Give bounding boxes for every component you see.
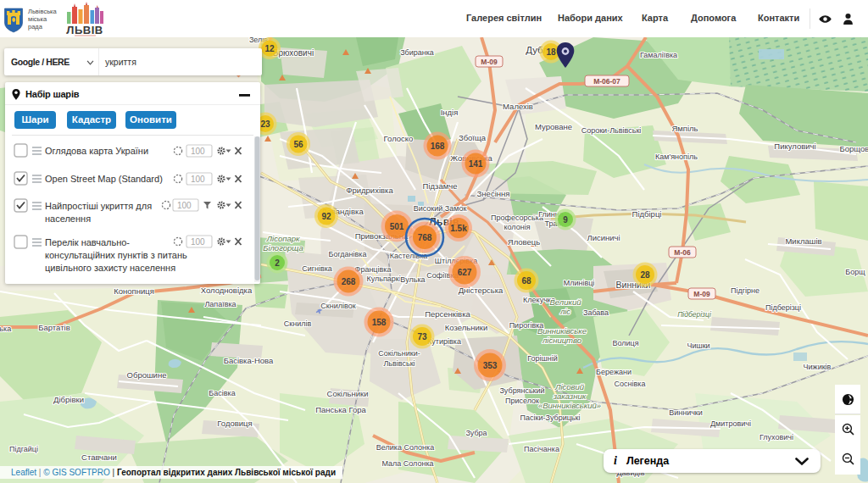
svg-text:Богданівка: Богданівка bbox=[329, 250, 367, 258]
svg-text:Млинівці: Млинівці bbox=[564, 279, 595, 287]
svg-text:168: 168 bbox=[431, 142, 445, 151]
svg-text:18: 18 bbox=[546, 47, 556, 57]
svg-text:Білогорща: Білогорща bbox=[263, 243, 303, 253]
svg-text:Кульпарків: Кульпарків bbox=[366, 275, 404, 283]
svg-text:Сокільники-: Сокільники- bbox=[378, 349, 420, 358]
svg-text:Кам'янопіль: Кам'янопіль bbox=[655, 153, 698, 161]
svg-text:Пасічанка: Пасічанка bbox=[524, 445, 559, 453]
svg-text:768: 768 bbox=[418, 233, 432, 242]
svg-text:Підгайці: Підгайці bbox=[9, 445, 38, 453]
svg-text:Бережани: Бережани bbox=[596, 368, 632, 376]
svg-text:Сигнівка: Сигнівка bbox=[302, 264, 332, 273]
svg-text:100: 100 bbox=[191, 175, 205, 184]
svg-text:Знесіння: Знесіння bbox=[477, 189, 510, 198]
svg-text:М-09: М-09 bbox=[693, 290, 710, 298]
svg-text:Збиранка: Збиранка bbox=[400, 48, 434, 57]
svg-text:Козельники: Козельники bbox=[445, 323, 487, 332]
svg-text:68: 68 bbox=[521, 276, 531, 286]
svg-text:Збоїща: Збоїща bbox=[459, 133, 487, 142]
svg-text:Виннички: Виннички bbox=[669, 408, 703, 417]
svg-text:М-09: М-09 bbox=[481, 58, 498, 66]
svg-text:Ставчани: Ставчани bbox=[81, 452, 117, 462]
svg-text:Яловець: Яловець bbox=[508, 237, 540, 247]
svg-text:100: 100 bbox=[191, 147, 205, 156]
svg-text:Персенківка: Персенківка bbox=[425, 309, 470, 319]
svg-text:Конопниця: Конопниця bbox=[114, 286, 154, 296]
svg-text:501: 501 bbox=[390, 222, 404, 231]
svg-text:Приселок: Приселок bbox=[505, 397, 539, 405]
svg-text:Дмитровичі: Дмитровичі bbox=[710, 419, 751, 428]
svg-text:Оброшине: Оброшине bbox=[127, 370, 167, 380]
svg-text:Перелік навчально-: Перелік навчально- bbox=[45, 237, 130, 247]
svg-text:Глуховичі: Глуховичі bbox=[760, 433, 793, 441]
svg-text:Високий Замок: Високий Замок bbox=[414, 204, 467, 213]
svg-text:56: 56 bbox=[293, 140, 303, 149]
svg-text:Муроване: Муроване bbox=[535, 122, 572, 131]
svg-text:Чишки: Чишки bbox=[687, 341, 709, 350]
svg-text:Борщовичі: Борщовичі bbox=[839, 144, 868, 153]
svg-text:Бартатів: Бартатів bbox=[38, 323, 70, 332]
svg-text:ська: ська bbox=[0, 325, 11, 333]
svg-text:Скнилівок: Скнилівок bbox=[320, 302, 355, 310]
svg-text:Індія: Індія bbox=[441, 108, 459, 117]
svg-text:Годовиця: Годовиця bbox=[217, 419, 252, 428]
svg-text:Лісопарк: Лісопарк bbox=[266, 234, 300, 243]
svg-text:353: 353 bbox=[483, 361, 498, 370]
svg-text:2: 2 bbox=[275, 258, 280, 268]
svg-text:Басівка: Басівка bbox=[209, 389, 235, 397]
svg-text:Підберізці: Підберізці bbox=[765, 303, 801, 312]
svg-text:141: 141 bbox=[469, 159, 483, 169]
svg-text:М-06: М-06 bbox=[674, 248, 691, 257]
svg-text:100: 100 bbox=[191, 237, 205, 247]
svg-text:Підбірці: Підбірці bbox=[632, 209, 662, 219]
svg-text:158: 158 bbox=[372, 318, 387, 327]
svg-text:Зубра: Зубра bbox=[465, 429, 487, 437]
svg-text:Пасіки-Зубрицькі: Пасіки-Зубрицькі bbox=[520, 414, 581, 422]
svg-text:Ямпіль: Ямпіль bbox=[671, 124, 698, 133]
svg-text:Підберізці: Підберізці bbox=[677, 310, 712, 319]
svg-text:Холодновідка: Холодновідка bbox=[201, 286, 253, 295]
svg-text:цивільного захисту населення: цивільного захисту населення bbox=[45, 263, 175, 273]
svg-text:Панська Гора: Панська Гора bbox=[315, 405, 366, 414]
svg-text:«Винниківський»: «Винниківський» bbox=[538, 401, 601, 410]
svg-text:28: 28 bbox=[640, 270, 650, 280]
svg-text:Голоско: Голоско bbox=[384, 134, 414, 143]
svg-text:Миклашів: Миклашів bbox=[785, 236, 821, 246]
svg-text:268: 268 bbox=[342, 277, 356, 286]
svg-text:Борщ: Борщ bbox=[845, 268, 865, 276]
svg-text:Підгірне: Підгірне bbox=[731, 286, 760, 295]
svg-text:Вулька: Вулька bbox=[400, 275, 425, 284]
svg-text:Горішній: Горішній bbox=[527, 354, 558, 363]
svg-text:Сокільники: Сокільники bbox=[327, 389, 369, 398]
svg-text:лісництво: лісництво bbox=[542, 336, 581, 345]
svg-text:Скнилів: Скнилів bbox=[284, 319, 312, 328]
svg-text:Забава: Забава bbox=[583, 308, 609, 317]
svg-text:Найпростіші укриття для: Найпростіші укриття для bbox=[45, 201, 152, 211]
svg-text:Зубрянський: Зубрянський bbox=[499, 386, 544, 395]
svg-text:Професорська: Професорська bbox=[491, 214, 543, 222]
svg-text:9: 9 bbox=[563, 215, 568, 225]
svg-text:Чижиків: Чижиків bbox=[804, 363, 832, 371]
svg-text:Дібрівки: Дібрівки bbox=[53, 395, 84, 404]
svg-text:Волиця: Волиця bbox=[612, 339, 638, 347]
svg-text:Винниківське: Винниківське bbox=[537, 326, 587, 336]
svg-text:92: 92 bbox=[321, 212, 331, 221]
svg-text:Open Street Map (Standard): Open Street Map (Standard) bbox=[45, 174, 163, 184]
svg-text:Велика Солонка: Велика Солонка bbox=[376, 443, 434, 452]
svg-text:Львівські: Львівські bbox=[383, 359, 415, 368]
svg-text:100: 100 bbox=[177, 201, 192, 210]
svg-text:Сороки-Львівські: Сороки-Львівські bbox=[581, 126, 642, 135]
svg-text:М-06-07: М-06-07 bbox=[593, 77, 620, 86]
svg-text:ліс: ліс bbox=[559, 307, 570, 316]
svg-text:23: 23 bbox=[260, 119, 270, 129]
svg-text:Великий: Великий bbox=[550, 297, 582, 307]
svg-text:Мала Солонка: Мала Солонка bbox=[381, 459, 433, 468]
svg-text:Фридрихівка: Фридрихівка bbox=[346, 186, 393, 195]
svg-text:627: 627 bbox=[458, 268, 472, 277]
svg-text:колонія: колонія bbox=[504, 223, 530, 231]
svg-text:населення: населення bbox=[45, 214, 91, 224]
svg-text:Малехів: Малехів bbox=[503, 102, 533, 111]
svg-text:Басівка-Нова: Басівка-Нова bbox=[224, 356, 274, 365]
svg-text:Лисиничі: Лисиничі bbox=[587, 233, 620, 242]
svg-text:заказник: заказник bbox=[553, 391, 587, 401]
